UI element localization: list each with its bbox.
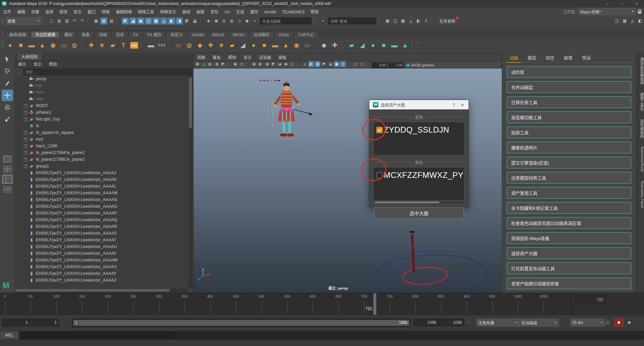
search-input[interactable] [23, 69, 192, 75]
tool-button-选择资产大圈[interactable]: 选择资产大圈 [507, 247, 631, 259]
tool-button-动作库[interactable]: 动作库 [507, 66, 631, 78]
snap-to-curves-icon[interactable]: ◉ [213, 17, 220, 24]
tool-button-高低模切换工具[interactable]: 高低模切换工具 [507, 111, 631, 123]
select-object-icon[interactable]: ▧ [100, 17, 107, 24]
expand-icon[interactable]: + [24, 164, 28, 168]
task-update-button[interactable]: 任务更新 [439, 18, 455, 24]
horizontal-scrollbar[interactable] [15, 289, 187, 292]
outliner-item[interactable]: side [14, 96, 187, 102]
move-tool[interactable] [2, 90, 13, 101]
menu-编辑网格[interactable]: 编辑网格 [113, 10, 135, 14]
outliner-item[interactable]: +fx_square:fx_square [14, 129, 187, 136]
outliner-item[interactable]: EHSKLFpvZY_LNXIXH:LevelActor_AAAAT [14, 237, 187, 243]
outliner-item[interactable]: EHSKLFpvZY_LNXIXH:LevelActor_AAAAX [14, 263, 187, 270]
outliner-item[interactable]: EHSKLFpvZY_LNXIXH:LevelActor_AAAAK [14, 176, 187, 183]
menu-文件[interactable]: 文件 [0, 10, 14, 14]
poly-cube-icon[interactable]: ■ [16, 40, 26, 51]
undo-icon[interactable]: ↶ [71, 17, 78, 24]
list-item[interactable]: MCXFZZFMWXZ_PYJ [376, 170, 462, 180]
tab-绑定[interactable]: 绑定 [541, 53, 559, 62]
extrude-icon[interactable]: ▬ [270, 40, 280, 51]
symmetrize-icon[interactable]: ◉ [291, 40, 302, 51]
expand-icon[interactable]: + [24, 144, 28, 148]
bridge-icon[interactable]: ■ [259, 40, 269, 51]
menu-面板[interactable]: 面板 [275, 54, 290, 60]
outliner-item[interactable]: EHSKLFpvZY_LNXIXH:LevelActor_AAAAN [14, 196, 187, 203]
poly-torus-icon[interactable]: ◉ [48, 40, 58, 51]
select-circle-button[interactable]: 选中大圈 [374, 207, 464, 219]
outliner-item[interactable]: EHSKLFpvZY_LNXIXH:LevelActor_AAAAR [14, 223, 187, 230]
film-gate-icon[interactable]: ◧ [258, 61, 263, 67]
menu-着色[interactable]: 着色 [209, 54, 224, 60]
layout-persp-outliner-button[interactable] [2, 175, 12, 184]
chevron-down-icon[interactable]: ▼ [251, 17, 258, 24]
grip-handle[interactable] [1, 17, 4, 25]
fps-dropdown[interactable]: 25 fps ▼ [570, 318, 605, 327]
outliner-item[interactable]: EHSKLFpvZY_LNXIXH:LevelActor_AAAAP [14, 210, 187, 216]
tool-button-老资产贴图引用路径修复[interactable]: 老资产贴图引用路径修复 [507, 278, 631, 289]
expand-icon[interactable]: + [24, 104, 28, 108]
menu-UV[interactable]: UV [221, 10, 233, 14]
workspace-dropdown[interactable]: Maya 经典* ▼ [578, 8, 636, 15]
dialog-title-bar[interactable]: M 选择资产大圈 ? × [369, 100, 469, 109]
grease-pencil-icon[interactable]: ◫ [239, 61, 245, 67]
render-view-icon[interactable]: ▣ [384, 17, 391, 24]
color-management-chip[interactable]: sRGB gamma [407, 63, 434, 67]
side-tab-建模工具包[interactable]: 建模工具包 [636, 89, 644, 115]
menu-渲染器[interactable]: 渲染器 [255, 54, 275, 60]
snap-to-projected-center-icon[interactable]: ◍ [228, 17, 235, 24]
separate-icon[interactable]: ◍ [184, 40, 194, 51]
menu-TEAMONES[interactable]: TEAMONES [279, 10, 308, 14]
divider[interactable] [43, 17, 46, 25]
divider[interactable] [200, 17, 203, 25]
playback-end-field[interactable] [413, 318, 439, 327]
menu-帮助[interactable]: 帮助 [308, 10, 322, 14]
platonic-solid-icon[interactable]: ✚ [86, 40, 96, 51]
current-frame-field[interactable] [574, 295, 606, 304]
minimize-button[interactable]: – [600, 0, 614, 7]
boolean-union-icon[interactable]: ✚ [206, 40, 216, 51]
scale-tool[interactable] [2, 114, 13, 125]
outliner-item[interactable]: EHSKLFpvZY_LNXIXH:LevelActor_AAAAL [14, 183, 187, 190]
vertical-scrollbar[interactable] [189, 76, 192, 287]
menu-创建[interactable]: 创建 [28, 10, 42, 14]
tab-动画[interactable]: 动画 [505, 53, 523, 62]
lock-camera-icon[interactable]: ◬ [201, 61, 207, 67]
select-deformations-mask-icon[interactable]: ◬ [160, 17, 167, 24]
bevel-icon[interactable]: ▲ [281, 40, 291, 51]
render-settings-icon[interactable]: ◧ [415, 17, 422, 24]
resolution-gate-icon[interactable]: ◨ [264, 61, 270, 67]
filter-icon[interactable]: ⌕ [16, 69, 22, 75]
dialog-close-button[interactable]: × [458, 102, 467, 108]
select-surfaces-mask-icon[interactable]: ▩ [153, 17, 160, 24]
tab-模型[interactable]: 模型 [523, 53, 541, 62]
toggle-tool-settings-icon[interactable]: ◧ [637, 17, 644, 24]
tool-button-还原模型材质工具[interactable]: 还原模型材质工具 [507, 172, 631, 184]
outliner-item[interactable]: +ROOT [14, 102, 187, 109]
outliner-item[interactable]: persp [14, 76, 187, 82]
outliner-item[interactable]: fs [14, 122, 187, 129]
range-end-handle[interactable]: 1056 [399, 320, 407, 325]
render-current-frame-icon[interactable]: ◫ [392, 17, 399, 24]
image-plane-icon[interactable]: ◩ [220, 61, 226, 67]
anim-snapshot-icon[interactable]: ◫ [604, 318, 612, 326]
menu-修改[interactable]: 修改 [56, 10, 70, 14]
tab-预演[interactable]: 预演 [577, 53, 595, 62]
poly-cone-icon[interactable]: ▲ [37, 40, 47, 51]
dialog-help-button[interactable]: ? [449, 102, 458, 107]
divider[interactable] [117, 17, 120, 25]
layout-four-pane-button[interactable] [2, 165, 12, 174]
expand-icon[interactable]: + [24, 117, 28, 121]
side-tab-TeamonesTools[interactable]: TeamonesTools [636, 143, 644, 176]
menu-照明[interactable]: 照明 [224, 54, 240, 60]
tool-button-提交引擎渲染(初渲)[interactable]: 提交引擎渲染(初渲) [507, 157, 631, 168]
select-handles-mask-icon[interactable]: ◪ [129, 17, 137, 24]
gamma-field[interactable] [388, 62, 404, 68]
tool-button-关卡隐藏和K帧记录工具[interactable]: 关卡隐藏和K帧记录工具 [507, 202, 631, 214]
tool-button-灯光前置发布动画工具[interactable]: 灯光前置发布动画工具 [507, 262, 631, 274]
use-default-material-icon[interactable]: ◩ [321, 61, 327, 67]
new-scene-icon[interactable]: ▢ [48, 17, 55, 24]
occlusion-icon[interactable]: ▣ [334, 61, 339, 67]
lock-selection-icon[interactable]: ◩ [183, 17, 191, 24]
lasso-tool[interactable] [2, 65, 13, 77]
